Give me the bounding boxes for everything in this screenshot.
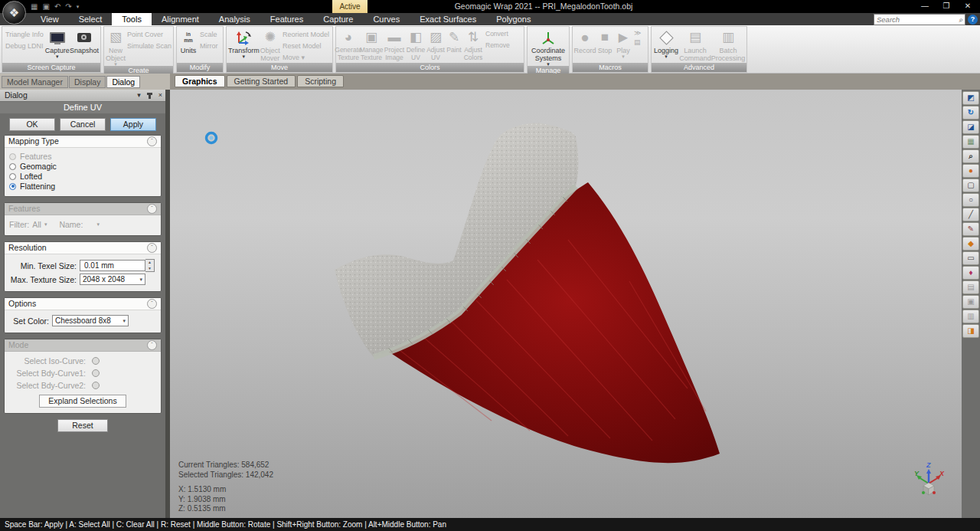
macro-list-icon[interactable]: ≫ — [634, 29, 641, 37]
panel-tab-dialog[interactable]: Dialog — [106, 76, 140, 88]
collapse-chevron-icon[interactable]: ˆ — [147, 136, 157, 146]
reset-button[interactable]: Reset — [57, 419, 108, 432]
paintbrush-select-icon[interactable]: ✎ — [962, 222, 979, 236]
viewport-tab-getting-started[interactable]: Getting Started — [227, 75, 296, 87]
batch-processing-button[interactable]: ▥ Batch Processing — [711, 28, 745, 63]
manage-texture-button[interactable]: ▣ Manage Texture — [360, 28, 383, 63]
object-select-icon[interactable]: ▣ — [962, 295, 979, 309]
panel-close-icon[interactable]: × — [155, 90, 165, 101]
capture-button[interactable]: Capture ▾ — [45, 28, 70, 63]
fit-view-icon[interactable]: ◩ — [962, 91, 979, 105]
point-cover-button[interactable]: Point Cover — [127, 31, 172, 38]
graphics-viewport[interactable]: Y Z X Current Triangles: 584,652 Selecte… — [170, 90, 962, 518]
app-logo-icon[interactable]: ❖ — [2, 1, 26, 25]
expand-selections-button[interactable]: Expland Selections — [39, 395, 126, 408]
panel-tab-display[interactable]: Display — [69, 76, 106, 88]
project-image-button[interactable]: ▬ Project Image — [383, 28, 406, 63]
resolution-header[interactable]: Resolution ˆ — [5, 242, 161, 254]
rectangle-select-icon[interactable]: ▢ — [962, 179, 979, 192]
new-object-button[interactable]: ▧ New Object ▾ — [106, 28, 126, 66]
tab-polygons[interactable]: Polygons — [486, 13, 541, 25]
panel-menu-caret-icon[interactable]: ▾ — [134, 90, 144, 101]
color-select-icon[interactable]: ♦ — [962, 266, 979, 280]
grid-view-icon[interactable]: ▦ — [962, 135, 979, 149]
stop-macro-button[interactable]: ■ Stop — [596, 28, 614, 63]
ellipse-select-icon[interactable]: ○ — [962, 193, 979, 207]
move-button[interactable]: Move ▾ — [283, 54, 329, 61]
quick-access-caret-icon[interactable]: ▾ — [77, 1, 80, 12]
apply-button[interactable]: Apply — [110, 118, 156, 131]
redo-icon[interactable]: ↷ — [65, 1, 71, 12]
collapse-chevron-icon[interactable]: ˆ — [147, 243, 157, 253]
search-input[interactable] — [874, 15, 959, 24]
bdy-curve1-picker[interactable] — [92, 369, 100, 377]
iso-curve-picker[interactable] — [92, 357, 100, 365]
minimize-button[interactable]: — — [914, 0, 936, 13]
features-header[interactable]: Features ˆ — [5, 203, 161, 215]
restore-button[interactable]: ❐ — [936, 0, 957, 13]
tab-tools[interactable]: Tools — [112, 13, 152, 25]
play-macro-button[interactable]: ▶ Play ▾ — [614, 28, 632, 63]
record-macro-button[interactable]: ● Record — [574, 28, 596, 63]
tab-analysis[interactable]: Analysis — [209, 13, 260, 25]
tab-capture[interactable]: Capture — [313, 13, 363, 25]
component-select-icon[interactable]: ▥ — [962, 310, 979, 323]
transform-button[interactable]: Transform ▾ — [228, 28, 260, 63]
render-sphere-icon[interactable]: ● — [962, 164, 979, 178]
shade-view-icon[interactable]: ◪ — [962, 120, 979, 134]
adjust-colors-button[interactable]: ⇅ Adjust Colors — [462, 28, 484, 63]
units-button[interactable]: inmm Units — [178, 28, 198, 63]
flattening-radio[interactable] — [9, 183, 16, 190]
polygon-select-icon[interactable]: ▭ — [962, 251, 979, 265]
debug-ldni-button[interactable]: Debug LDNI — [5, 42, 44, 50]
viewport-tab-scripting[interactable]: Scripting — [297, 75, 344, 87]
custom-region-icon[interactable]: ◆ — [962, 237, 979, 251]
simulate-scan-button[interactable]: Simulate Scan — [127, 42, 172, 50]
tab-select[interactable]: Select — [69, 13, 113, 25]
tab-features[interactable]: Features — [260, 13, 313, 25]
launch-command-button[interactable]: ▤ Launch Command — [679, 28, 711, 63]
bdy-curve2-picker[interactable] — [92, 382, 100, 389]
tab-curves[interactable]: Curves — [363, 13, 410, 25]
mirror-button[interactable]: Mirror — [200, 42, 218, 50]
tab-view[interactable]: View — [31, 13, 69, 25]
define-uv-button[interactable]: ◧ Define UV — [406, 28, 426, 63]
triangle-info-button[interactable]: Triangle Info — [5, 31, 44, 38]
object-mover-button[interactable]: ✺ Object Mover — [260, 28, 281, 63]
macro-edit-icon[interactable]: ▤ — [634, 38, 641, 46]
logging-button[interactable]: Logging ▾ — [653, 28, 679, 63]
coordinate-systems-button[interactable]: Coordinate Systems ▾ — [529, 28, 567, 66]
cancel-button[interactable]: Cancel — [60, 118, 106, 131]
lasso-select-icon[interactable]: ▤ — [962, 280, 979, 294]
mode-header[interactable]: Mode ˆ — [5, 339, 161, 352]
help-icon[interactable]: ? — [968, 15, 978, 25]
mapping-type-header[interactable]: Mapping Type ˆ — [5, 136, 161, 148]
search-icon[interactable]: ⌕ — [959, 15, 965, 25]
collapse-chevron-icon[interactable]: ˆ — [147, 204, 157, 214]
lofted-radio[interactable] — [9, 173, 16, 180]
texel-spinner[interactable]: ▲▼ — [145, 259, 155, 272]
min-texel-input[interactable] — [83, 261, 142, 270]
collapse-chevron-icon[interactable]: ˆ — [147, 299, 157, 309]
convert-button[interactable]: Convert — [485, 30, 510, 38]
pin-icon[interactable] — [149, 93, 151, 99]
paint-button[interactable]: ✎ Paint — [446, 28, 462, 63]
search-box[interactable]: ⌕ — [874, 14, 965, 25]
save-icon[interactable]: ▣ — [42, 1, 49, 12]
panel-tab-model-manager[interactable]: Model Manager — [2, 76, 68, 88]
texture-view-icon[interactable]: ◨ — [962, 324, 979, 338]
snapshot-button[interactable]: Snapshot — [70, 28, 99, 63]
options-header[interactable]: Options ˆ — [5, 298, 161, 310]
reset-model-button[interactable]: Reset Model — [283, 42, 329, 50]
dropdown-caret-icon[interactable]: ▾ — [44, 221, 47, 228]
viewport-tab-graphics[interactable]: Graphics — [175, 75, 225, 87]
geomagic-radio[interactable] — [9, 163, 16, 170]
tab-alignment[interactable]: Alignment — [152, 13, 209, 25]
collapse-chevron-icon[interactable]: ˆ — [147, 340, 157, 350]
rotate-view-icon[interactable]: ↻ — [962, 106, 979, 120]
scale-button[interactable]: Scale — [200, 31, 218, 38]
max-texture-select[interactable]: 2048 x 2048 ▾ — [80, 274, 145, 285]
tab-exact-surfaces[interactable]: Exact Surfaces — [410, 13, 486, 25]
remove-button[interactable]: Remove — [485, 41, 510, 49]
import-icon[interactable]: ▦ — [31, 1, 38, 12]
